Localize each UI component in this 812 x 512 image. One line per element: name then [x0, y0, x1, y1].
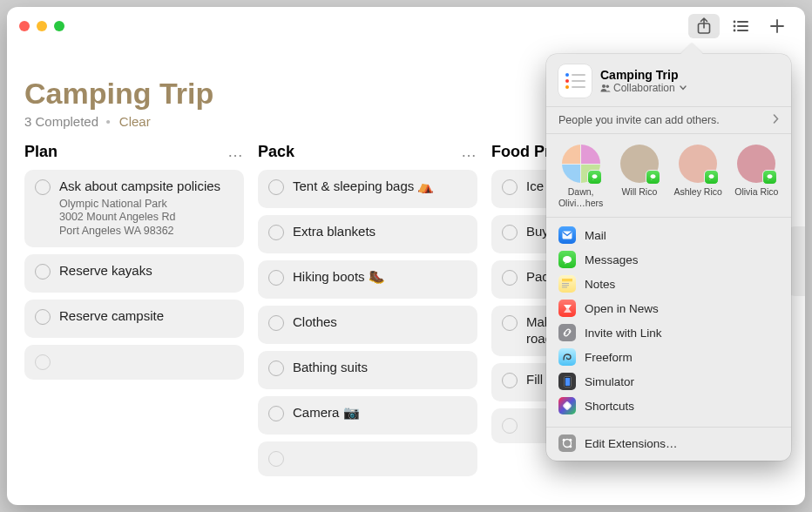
svg-rect-14 — [562, 287, 567, 288]
task-complete-toggle[interactable] — [268, 360, 284, 376]
share-person[interactable]: Will Rico — [612, 145, 667, 208]
svg-rect-2 — [737, 21, 748, 23]
task-complete-toggle[interactable] — [502, 179, 518, 195]
svg-point-21 — [569, 439, 572, 441]
task-complete-toggle — [502, 418, 518, 434]
task-title: Camera 📷 — [293, 405, 467, 421]
task-body: Bathing suits — [293, 360, 467, 376]
share-person[interactable]: Olivia Rico — [729, 145, 783, 208]
share-app-row[interactable]: Mail — [558, 223, 779, 247]
new-task-placeholder[interactable] — [24, 345, 244, 380]
invite-settings-row[interactable]: People you invite can add others. — [546, 106, 791, 134]
task[interactable]: Camera 📷 — [258, 396, 477, 435]
svg-rect-16 — [565, 377, 570, 386]
column: Pack…Tent & sleeping bags ⛺Extra blanket… — [258, 143, 477, 483]
app-name: Messages — [585, 253, 639, 266]
svg-rect-4 — [737, 25, 748, 27]
task-complete-toggle[interactable] — [502, 315, 518, 331]
task-title: Clothes — [293, 314, 467, 331]
share-title: Camping Trip — [600, 68, 687, 82]
share-app-row[interactable]: Open in News — [558, 296, 779, 320]
task[interactable]: Ask about campsite policiesOlympic Natio… — [24, 170, 244, 247]
person-name: Olivia Rico — [729, 186, 783, 198]
new-reminder-button[interactable] — [761, 14, 793, 38]
task-subtitle: Olympic National Park 3002 Mount Angeles… — [59, 198, 233, 239]
clear-completed-button[interactable]: Clear — [119, 114, 151, 129]
share-button[interactable] — [688, 14, 720, 38]
share-mode[interactable]: Collaboration — [600, 82, 687, 94]
svg-point-7 — [602, 84, 606, 88]
task-complete-toggle[interactable] — [268, 315, 284, 331]
task[interactable]: Tent & sleeping bags ⛺ — [258, 170, 477, 208]
svg-rect-12 — [562, 283, 569, 284]
shared-list-icon — [558, 64, 592, 98]
task-title: Tent & sleeping bags ⛺ — [293, 179, 467, 195]
task-body: Extra blankets — [293, 224, 467, 240]
person-name: Dawn, Olivi…hers — [554, 186, 608, 208]
close-window-button[interactable] — [19, 21, 30, 31]
app-window: Camping Trip 3 Completed • Clear Plan…As… — [7, 7, 805, 505]
share-app-row[interactable]: Shortcuts — [558, 394, 779, 418]
app-icon — [558, 373, 576, 390]
people-icon — [600, 84, 611, 92]
task[interactable]: Reserve campsite — [24, 300, 244, 338]
task-complete-toggle[interactable] — [502, 270, 518, 286]
share-app-row[interactable]: Simulator — [558, 369, 779, 394]
column: Plan…Ask about campsite policiesOlympic … — [24, 143, 244, 483]
new-task-placeholder[interactable] — [258, 441, 477, 476]
app-icon — [558, 324, 576, 341]
task-title: Bathing suits — [293, 360, 467, 376]
task-title: Reserve campsite — [59, 308, 233, 325]
task-complete-toggle[interactable] — [268, 179, 284, 195]
task-complete-toggle[interactable] — [268, 225, 284, 240]
extensions-icon — [558, 435, 576, 452]
task[interactable]: Reserve kayaks — [24, 254, 244, 293]
messages-badge-icon — [762, 170, 777, 185]
svg-rect-6 — [737, 30, 748, 31]
app-name: Shortcuts — [585, 400, 634, 413]
column-name: Pack — [258, 143, 461, 161]
task-title: Reserve kayaks — [59, 263, 233, 280]
task-complete-toggle[interactable] — [502, 225, 518, 240]
person-name: Ashley Rico — [671, 186, 725, 198]
task[interactable]: Extra blankets — [258, 215, 477, 253]
list-icon — [732, 20, 749, 32]
view-options-button[interactable] — [725, 14, 756, 38]
task-complete-toggle[interactable] — [35, 264, 51, 280]
task-complete-toggle[interactable] — [268, 406, 284, 421]
messages-badge-icon — [704, 170, 719, 185]
column-more-button[interactable]: … — [227, 143, 244, 161]
share-person[interactable]: Dawn, Olivi…hers — [554, 145, 608, 208]
column-more-button[interactable]: … — [461, 143, 477, 161]
task-complete-toggle — [35, 354, 51, 370]
task-title: Hiking boots 🥾 — [293, 269, 467, 286]
app-icon — [558, 275, 576, 293]
share-apps: MailMessagesNotesOpen in NewsInvite with… — [546, 217, 791, 423]
task-complete-toggle[interactable] — [502, 373, 518, 388]
app-name: Simulator — [585, 375, 634, 388]
minimize-window-button[interactable] — [37, 21, 47, 31]
zoom-window-button[interactable] — [54, 21, 64, 31]
share-app-row[interactable]: Notes — [558, 272, 779, 296]
share-app-row[interactable]: Messages — [558, 247, 779, 272]
app-icon — [558, 251, 576, 268]
app-name: Invite with Link — [585, 327, 662, 340]
edit-extensions-row[interactable]: Edit Extensions… — [546, 427, 791, 454]
messages-badge-icon — [587, 170, 602, 185]
task-body: Hiking boots 🥾 — [293, 269, 467, 286]
share-app-row[interactable]: Freeform — [558, 345, 779, 369]
task[interactable]: Clothes — [258, 306, 477, 344]
task-complete-toggle[interactable] — [268, 270, 284, 286]
svg-rect-11 — [562, 279, 572, 281]
task[interactable]: Hiking boots 🥾 — [258, 260, 477, 299]
share-person[interactable]: Ashley Rico — [671, 145, 725, 208]
task-complete-toggle[interactable] — [35, 309, 51, 325]
task-body: Clothes — [293, 314, 467, 331]
task[interactable]: Bathing suits — [258, 351, 477, 389]
share-app-row[interactable]: Invite with Link — [558, 320, 779, 345]
app-name: Freeform — [585, 351, 633, 364]
task-body: Reserve campsite — [59, 308, 233, 325]
suggested-people: Dawn, Olivi…hersWill RicoAshley RicoOliv… — [546, 134, 791, 217]
task-complete-toggle[interactable] — [35, 179, 51, 195]
app-icon — [558, 226, 576, 244]
